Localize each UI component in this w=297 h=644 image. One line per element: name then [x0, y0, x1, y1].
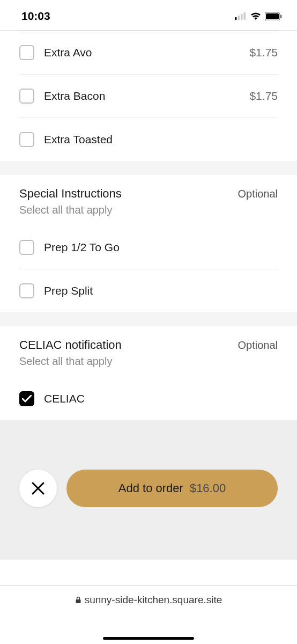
- add-to-order-button[interactable]: Add to order $16.00: [66, 470, 278, 507]
- add-button-price: $16.00: [190, 481, 226, 495]
- celiac-header: CELIAC notification Optional Select all …: [0, 326, 297, 377]
- option-row-extra-bacon[interactable]: Extra Bacon $1.75: [19, 75, 278, 118]
- add-button-label: Add to order: [118, 481, 183, 495]
- checkbox[interactable]: [19, 89, 34, 104]
- home-indicator[interactable]: [103, 637, 194, 640]
- checkbox[interactable]: [19, 45, 34, 60]
- section-optional: Optional: [238, 188, 278, 200]
- option-label: CELIAC: [44, 392, 278, 405]
- section-optional: Optional: [238, 339, 278, 352]
- svg-rect-7: [76, 599, 80, 603]
- section-title: Special Instructions: [19, 187, 122, 201]
- extras-group: Extra Avo $1.75 Extra Bacon $1.75 Extra …: [0, 31, 297, 161]
- signal-icon: [235, 12, 247, 20]
- lock-icon: [75, 596, 81, 604]
- svg-rect-3: [244, 12, 246, 20]
- url-bar[interactable]: sunny-side-kitchen.square.site: [0, 586, 297, 613]
- option-row-extra-toasted[interactable]: Extra Toasted: [19, 118, 278, 161]
- option-row-prep-half-togo[interactable]: Prep 1/2 To Go: [19, 226, 278, 269]
- section-gap: [0, 161, 297, 175]
- option-label: Extra Bacon: [44, 90, 249, 103]
- section-gap: [0, 312, 297, 326]
- status-bar: 10:03: [0, 0, 297, 30]
- section-title: CELIAC notification: [19, 338, 122, 352]
- special-instructions-header: Special Instructions Optional Select all…: [0, 175, 297, 226]
- option-price: $1.75: [249, 90, 278, 103]
- checkbox[interactable]: [19, 283, 34, 298]
- option-row-celiac[interactable]: CELIAC: [19, 377, 278, 420]
- option-label: Extra Avo: [44, 46, 249, 59]
- checkbox[interactable]: [19, 391, 34, 406]
- section-subtitle: Select all that apply: [19, 355, 278, 368]
- svg-rect-6: [280, 14, 282, 18]
- section-subtitle: Select all that apply: [19, 204, 278, 216]
- status-icons: [235, 12, 282, 20]
- special-instructions-group: Prep 1/2 To Go Prep Split: [0, 226, 297, 312]
- option-label: Prep Split: [44, 284, 278, 297]
- svg-rect-2: [241, 14, 243, 20]
- svg-rect-1: [238, 16, 240, 20]
- battery-icon: [265, 12, 282, 20]
- close-button[interactable]: [19, 470, 57, 507]
- option-price: $1.75: [249, 46, 278, 59]
- action-bar: Add to order $16.00: [0, 470, 297, 507]
- option-label: Prep 1/2 To Go: [44, 241, 278, 254]
- svg-rect-0: [235, 17, 237, 20]
- bottom-area: Add to order $16.00: [0, 420, 297, 560]
- close-icon: [31, 481, 45, 495]
- celiac-group: CELIAC: [0, 377, 297, 420]
- svg-rect-5: [266, 13, 279, 19]
- option-row-extra-avo[interactable]: Extra Avo $1.75: [19, 31, 278, 75]
- checkbox[interactable]: [19, 240, 34, 255]
- scroll-content[interactable]: Extra Avo $1.75 Extra Bacon $1.75 Extra …: [0, 31, 297, 586]
- wifi-icon: [250, 12, 262, 20]
- option-label: Extra Toasted: [44, 133, 278, 146]
- url-text: sunny-side-kitchen.square.site: [85, 594, 222, 606]
- checkbox[interactable]: [19, 132, 34, 147]
- status-time: 10:03: [21, 10, 50, 23]
- option-row-prep-split[interactable]: Prep Split: [19, 269, 278, 312]
